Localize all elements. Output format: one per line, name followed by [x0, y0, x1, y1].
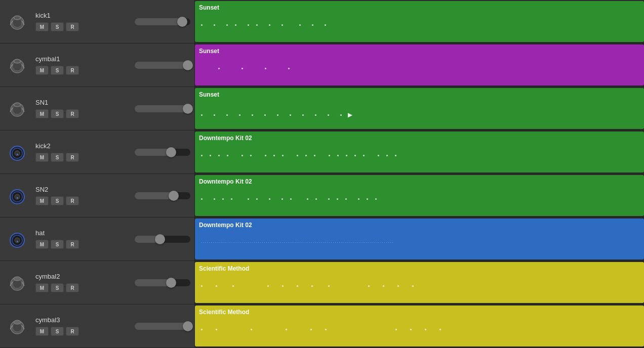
clip-title-5: Downtempo Kit 02: [199, 222, 640, 229]
clip-scientific-2[interactable]: Scientific Method: [195, 306, 644, 346]
track-icon-cymbal1: [4, 52, 30, 78]
slider-track-cymbal2[interactable]: [135, 279, 190, 286]
clip-scientific-1[interactable]: Scientific Method: [195, 262, 644, 303]
volume-slider-cymbal3[interactable]: [135, 323, 190, 330]
svg-point-15: [15, 103, 20, 106]
track-buttons-kick2: M S R: [35, 153, 130, 162]
track-icon-kick2: ●: [4, 139, 30, 165]
track-buttons-cymbal2: M S R: [35, 283, 130, 292]
clip-title-7: Scientific Method: [199, 309, 640, 316]
slider-track-hat[interactable]: [135, 236, 190, 243]
tracks-area: Sunset Sunset: [195, 0, 644, 348]
track-name-sn1: SN1: [35, 99, 130, 106]
solo-btn-cymbal1[interactable]: S: [51, 66, 64, 75]
track-row-cymbal2: cymbal2 M S R: [0, 261, 194, 304]
rec-btn-kick1[interactable]: R: [66, 22, 79, 31]
solo-btn-cymbal2[interactable]: S: [51, 283, 64, 292]
clip-sunset-2[interactable]: Sunset: [195, 45, 644, 85]
mute-btn-cymbal2[interactable]: M: [35, 283, 49, 292]
track-row-cymbal3: cymbal3 M S R: [0, 304, 194, 348]
svg-text:●: ●: [16, 239, 18, 243]
clip-downtempo-3[interactable]: Downtempo Kit 02 · · · · · · · · · · · ·…: [195, 219, 644, 259]
track-buttons-cymbal1: M S R: [35, 66, 130, 75]
rec-btn-kick2[interactable]: R: [66, 153, 79, 162]
track-row-sn1: SN1 M S R: [0, 87, 194, 130]
clip-pattern-7: [199, 318, 640, 330]
clip-row-5[interactable]: Downtempo Kit 02 · · · · · · · · · · · ·…: [195, 218, 644, 261]
clip-title-3: Downtempo Kit 02: [199, 135, 640, 142]
track-name-kick1: kick1: [35, 12, 130, 19]
track-info-cymbal2: cymbal2 M S R: [35, 273, 130, 292]
solo-btn-hat[interactable]: S: [51, 240, 64, 249]
track-row-kick1: kick1 M S R: [0, 0, 194, 44]
track-buttons-sn1: M S R: [35, 109, 130, 118]
track-info-kick2: kick2 M S R: [35, 142, 130, 162]
track-row-hat: ● hat M S R: [0, 218, 194, 261]
mute-btn-kick2[interactable]: M: [35, 153, 49, 162]
slider-track-kick1[interactable]: [135, 18, 190, 25]
svg-point-9: [15, 60, 20, 62]
slider-track-kick2[interactable]: [135, 149, 190, 156]
mute-btn-sn2[interactable]: M: [35, 196, 49, 205]
mute-btn-sn1[interactable]: M: [35, 109, 49, 118]
volume-slider-kick1[interactable]: [135, 18, 190, 25]
clip-title-0: Sunset: [199, 4, 640, 11]
slider-track-sn1[interactable]: [135, 105, 190, 112]
volume-slider-cymbal1[interactable]: [135, 62, 190, 69]
mute-btn-cymbal1[interactable]: M: [35, 66, 49, 75]
clip-row-0[interactable]: Sunset: [195, 0, 644, 44]
track-buttons-cymbal3: M S R: [35, 327, 130, 336]
track-icon-hat: ●: [4, 226, 30, 252]
track-name-cymbal2: cymbal2: [35, 273, 130, 280]
clip-row-1[interactable]: Sunset: [195, 44, 644, 87]
mute-btn-kick1[interactable]: M: [35, 22, 49, 31]
track-buttons-hat: M S R: [35, 240, 130, 249]
solo-btn-kick1[interactable]: S: [51, 22, 64, 31]
slider-track-cymbal1[interactable]: [135, 62, 190, 69]
solo-btn-sn2[interactable]: S: [51, 196, 64, 205]
solo-btn-kick2[interactable]: S: [51, 153, 64, 162]
clip-pattern-4: [199, 187, 640, 200]
clip-title-6: Scientific Method: [199, 265, 640, 272]
clip-row-3[interactable]: Downtempo Kit 02: [195, 130, 644, 174]
clip-downtempo-1[interactable]: Downtempo Kit 02: [195, 132, 644, 172]
track-name-cymbal1: cymbal1: [35, 55, 130, 63]
volume-slider-cymbal2[interactable]: [135, 279, 190, 286]
track-info-kick1: kick1 M S R: [35, 12, 130, 31]
mute-btn-hat[interactable]: M: [35, 240, 49, 249]
rec-btn-cymbal1[interactable]: R: [66, 66, 79, 75]
mute-btn-cymbal3[interactable]: M: [35, 327, 49, 336]
clip-pattern-6: [199, 274, 640, 287]
solo-btn-sn1[interactable]: S: [51, 109, 64, 118]
volume-slider-sn1[interactable]: [135, 105, 190, 112]
track-name-cymbal3: cymbal3: [35, 316, 130, 324]
clip-sunset-1[interactable]: Sunset: [195, 1, 644, 42]
track-icon-sn1: [4, 96, 30, 122]
track-name-sn2: SN2: [35, 186, 130, 193]
volume-slider-sn2[interactable]: [135, 192, 190, 199]
solo-btn-cymbal3[interactable]: S: [51, 327, 64, 336]
slider-track-cymbal3[interactable]: [135, 323, 190, 330]
clip-row-2[interactable]: Sunset ▶: [195, 87, 644, 130]
volume-slider-hat[interactable]: [135, 236, 190, 243]
rec-btn-cymbal3[interactable]: R: [66, 327, 79, 336]
sidebar: kick1 M S R cymb: [0, 0, 195, 348]
track-buttons-sn2: M S R: [35, 196, 130, 205]
clip-sunset-3[interactable]: Sunset ▶: [195, 88, 644, 129]
clip-title-4: Downtempo Kit 02: [199, 178, 640, 185]
track-row-kick2: ● kick2 M S R: [0, 130, 194, 174]
clip-row-7[interactable]: Scientific Method: [195, 304, 644, 348]
track-info-sn1: SN1 M S R: [35, 99, 130, 118]
rec-btn-cymbal2[interactable]: R: [66, 283, 79, 292]
rec-btn-sn1[interactable]: R: [66, 109, 79, 118]
clip-row-4[interactable]: Downtempo Kit 02: [195, 174, 644, 218]
volume-slider-kick2[interactable]: [135, 149, 190, 156]
slider-track-sn2[interactable]: [135, 192, 190, 199]
rec-btn-sn2[interactable]: R: [66, 196, 79, 205]
clip-title-2: Sunset: [199, 91, 640, 98]
track-icon-cymbal2: [4, 270, 30, 296]
rec-btn-hat[interactable]: R: [66, 240, 79, 249]
clip-row-6[interactable]: Scientific Method: [195, 261, 644, 304]
clip-pattern-3: [199, 144, 640, 156]
clip-downtempo-2[interactable]: Downtempo Kit 02: [195, 175, 644, 216]
